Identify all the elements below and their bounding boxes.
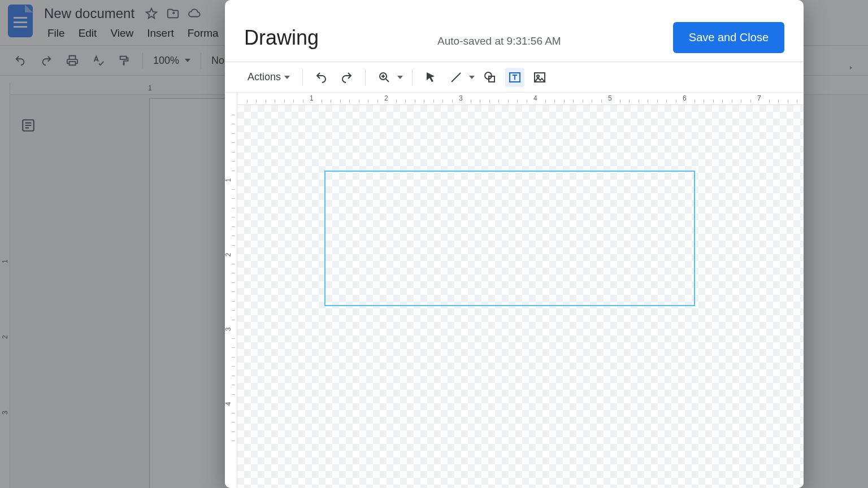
ruler-number: 4 xyxy=(225,402,232,406)
line-tool-icon[interactable] xyxy=(446,68,466,87)
drawing-canvas-wrap: 1234 1234567 xyxy=(225,93,804,488)
zoom-tool-icon[interactable] xyxy=(375,68,394,87)
chevron-down-icon[interactable] xyxy=(469,76,475,79)
ruler-number: 2 xyxy=(225,253,232,257)
image-tool-icon[interactable] xyxy=(530,68,549,87)
svg-point-6 xyxy=(537,75,539,77)
ruler-number: 2 xyxy=(384,94,388,102)
drawing-dialog: Drawing Auto-saved at 9:31:56 AM Save an… xyxy=(225,0,804,488)
ruler-number: 1 xyxy=(225,178,232,182)
ruler-number: 5 xyxy=(608,94,612,102)
text-box-tool-icon[interactable] xyxy=(505,68,524,87)
save-and-close-button[interactable]: Save and Close xyxy=(673,22,784,53)
ruler-number: 4 xyxy=(533,94,537,102)
canvas-ruler-horizontal[interactable]: 1234567 xyxy=(237,93,804,105)
toolbar-separator xyxy=(365,69,366,86)
actions-label: Actions xyxy=(248,71,281,83)
actions-menu-button[interactable]: Actions xyxy=(244,68,293,86)
ruler-number: 1 xyxy=(310,94,314,102)
drawing-toolbar: Actions xyxy=(225,62,804,93)
drawing-canvas[interactable] xyxy=(237,105,804,488)
redo-icon[interactable] xyxy=(337,68,356,87)
ruler-number: 3 xyxy=(225,328,232,332)
autosave-status: Auto-saved at 9:31:56 AM xyxy=(437,35,561,47)
decrease-indent-icon[interactable] xyxy=(849,61,865,77)
toolbar-separator xyxy=(302,69,303,86)
text-box-shape[interactable] xyxy=(324,171,695,306)
ruler-number: 7 xyxy=(757,94,761,102)
undo-icon[interactable] xyxy=(312,68,331,87)
toolbar-separator xyxy=(412,69,413,86)
ruler-number: 6 xyxy=(683,94,687,102)
shape-tool-icon[interactable] xyxy=(480,68,500,87)
chevron-down-icon[interactable] xyxy=(397,76,403,79)
dialog-header: Drawing Auto-saved at 9:31:56 AM Save an… xyxy=(225,0,804,62)
ruler-number: 3 xyxy=(459,94,463,102)
canvas-ruler-vertical[interactable]: 1234 xyxy=(225,93,237,488)
select-tool-icon[interactable] xyxy=(422,68,441,87)
dialog-title: Drawing xyxy=(244,26,319,50)
chevron-down-icon xyxy=(284,76,290,79)
